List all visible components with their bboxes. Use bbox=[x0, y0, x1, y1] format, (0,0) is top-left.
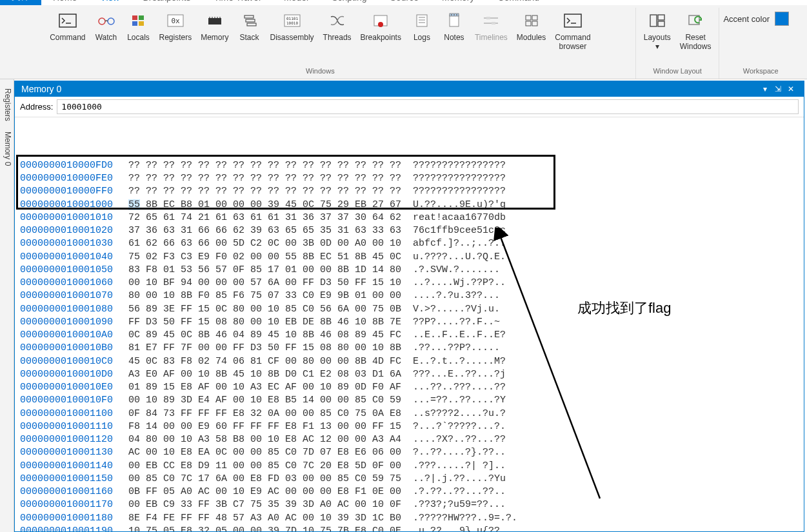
close-icon[interactable]: ✕ bbox=[784, 84, 797, 94]
hex-bytes[interactable]: 01 89 15 E8 AF 00 10 A3 EC AF 00 10 89 0… bbox=[128, 381, 401, 394]
hex-row[interactable]: 00000000100010F000 10 89 3D E4 AF 00 10 … bbox=[20, 394, 804, 407]
memory-button[interactable]: Memory bbox=[197, 8, 232, 45]
hex-address[interactable]: 0000000010001170 bbox=[20, 498, 123, 511]
hex-bytes[interactable]: ?? ?? ?? ?? ?? ?? ?? ?? ?? ?? ?? ?? ?? ?… bbox=[128, 172, 401, 185]
hex-address[interactable]: 0000000010000FD0 bbox=[20, 159, 123, 172]
hex-address[interactable]: 0000000010001130 bbox=[20, 446, 123, 459]
tab-file[interactable]: 文件 bbox=[0, 0, 41, 5]
accent-color-swatch[interactable] bbox=[775, 12, 789, 26]
registers-button[interactable]: 0x Registers bbox=[155, 8, 196, 45]
hex-address[interactable]: 00000000100010D0 bbox=[20, 368, 123, 381]
hex-bytes[interactable]: 0F 84 73 FF FF FF E8 32 0A 00 00 85 C0 7… bbox=[128, 408, 401, 420]
hex-bytes[interactable]: 00 10 89 3D E4 AF 00 10 E8 B5 14 00 00 8… bbox=[128, 394, 401, 407]
hex-bytes[interactable]: 61 62 66 63 66 00 5D C2 0C 00 3B 0D 00 A… bbox=[128, 237, 401, 250]
hex-row[interactable]: 0000000010001130AC 00 10 E8 EA 0C 00 00 … bbox=[20, 446, 804, 459]
hex-row[interactable]: 000000001000112004 80 00 10 A3 58 B8 00 … bbox=[20, 433, 804, 446]
breakpoints-button[interactable]: Breakpoints bbox=[357, 8, 405, 45]
command-browser-button[interactable]: Command browser bbox=[551, 8, 594, 54]
locals-button[interactable]: Locals bbox=[123, 8, 154, 45]
modules-button[interactable]: Modules bbox=[513, 8, 550, 45]
hex-row[interactable]: 000000001000106000 10 BF 94 00 00 00 57 … bbox=[20, 277, 804, 290]
hex-address[interactable]: 0000000010001050 bbox=[20, 264, 123, 277]
hex-bytes[interactable]: 55 8B EC B8 01 00 00 00 39 45 0C 75 29 E… bbox=[128, 199, 401, 212]
hex-address[interactable]: 0000000010001000 bbox=[20, 199, 123, 212]
hex-bytes[interactable]: 00 EB C9 33 FF 3B C7 75 35 39 3D A0 AC 0… bbox=[128, 498, 401, 511]
hex-address[interactable]: 0000000010000FF0 bbox=[20, 185, 123, 198]
hex-bytes[interactable]: 72 65 61 74 21 61 63 61 61 31 36 37 37 3… bbox=[128, 212, 401, 224]
hex-row[interactable]: 00000000100010C045 0C 83 F8 02 74 06 81 … bbox=[20, 355, 804, 368]
command-button[interactable]: Command bbox=[46, 8, 89, 45]
tab-command[interactable]: Command bbox=[486, 0, 552, 5]
hex-row[interactable]: 0000000010000FE0?? ?? ?? ?? ?? ?? ?? ?? … bbox=[20, 172, 804, 185]
timelines-button[interactable]: Timelines bbox=[471, 8, 512, 45]
hex-row[interactable]: 0000000010000FD0?? ?? ?? ?? ?? ?? ?? ?? … bbox=[20, 159, 804, 172]
side-tab-registers[interactable]: Registers bbox=[0, 83, 14, 126]
hex-bytes[interactable]: A3 E0 AF 00 10 8B 45 10 8B D0 C1 E2 08 0… bbox=[128, 368, 401, 381]
tab-timetravel[interactable]: Time Travel bbox=[202, 0, 272, 5]
hex-row[interactable]: 000000001000104075 02 F3 C3 E9 F0 02 00 … bbox=[20, 251, 804, 264]
hex-row[interactable]: 000000001000114000 EB CC E8 D9 11 00 00 … bbox=[20, 460, 804, 473]
hex-row[interactable]: 000000001000105083 F8 01 53 56 57 0F 85 … bbox=[20, 264, 804, 277]
hex-bytes[interactable]: 56 89 3E FF 15 0C 80 00 10 85 C0 56 6A 0… bbox=[128, 303, 401, 316]
hex-bytes[interactable]: 00 10 BF 94 00 00 00 57 6A 00 FF D3 50 F… bbox=[128, 277, 401, 290]
hex-row[interactable]: 000000001000100055 8B EC B8 01 00 00 00 … bbox=[20, 199, 804, 212]
hex-address[interactable]: 0000000010001030 bbox=[20, 237, 123, 250]
watch-button[interactable]: Watch bbox=[91, 8, 122, 45]
hex-row[interactable]: 00000000100010E001 89 15 E8 AF 00 10 A3 … bbox=[20, 381, 804, 394]
hex-address[interactable]: 0000000010001110 bbox=[20, 420, 123, 433]
hex-address[interactable]: 0000000010001120 bbox=[20, 433, 123, 446]
tab-home[interactable]: Home bbox=[41, 0, 88, 5]
side-tab-memory[interactable]: Memory 0 bbox=[0, 126, 14, 171]
hex-address[interactable]: 00000000100010F0 bbox=[20, 394, 123, 407]
hex-address[interactable]: 0000000010001010 bbox=[20, 212, 123, 224]
hex-row[interactable]: 000000001000108056 89 3E FF 15 0C 80 00 … bbox=[20, 303, 804, 316]
pin-icon[interactable]: ⇲ bbox=[772, 84, 784, 94]
notes-button[interactable]: Notes bbox=[439, 8, 470, 45]
tab-breakpoints[interactable]: Breakpoints bbox=[131, 0, 202, 5]
hex-bytes[interactable]: 75 02 F3 C3 E9 F0 02 00 00 55 8B EC 51 8… bbox=[128, 251, 401, 264]
hex-bytes[interactable]: ?? ?? ?? ?? ?? ?? ?? ?? ?? ?? ?? ?? ?? ?… bbox=[128, 159, 401, 172]
hex-address[interactable]: 0000000010001190 bbox=[20, 525, 123, 531]
hex-row[interactable]: 00000000100010B081 E7 FF 7F 00 00 FF D3 … bbox=[20, 342, 804, 355]
hex-bytes[interactable]: ?? ?? ?? ?? ?? ?? ?? ?? ?? ?? ?? ?? ?? ?… bbox=[128, 185, 401, 198]
hex-bytes[interactable]: 83 F8 01 53 56 57 0F 85 17 01 00 00 8B 1… bbox=[128, 264, 401, 277]
hex-address[interactable]: 0000000010001020 bbox=[20, 224, 123, 237]
tab-view[interactable]: View bbox=[88, 0, 131, 5]
hex-row[interactable]: 000000001000117000 EB C9 33 FF 3B C7 75 … bbox=[20, 498, 804, 511]
tab-scripting[interactable]: Scripting bbox=[320, 0, 378, 5]
hex-bytes[interactable]: 0B FF 05 A0 AC 00 10 E9 AC 00 00 00 E8 F… bbox=[128, 486, 401, 498]
hex-row[interactable]: 00000000100011000F 84 73 FF FF FF E8 32 … bbox=[20, 408, 804, 420]
hex-row[interactable]: 0000000010000FF0?? ?? ?? ?? ?? ?? ?? ?? … bbox=[20, 185, 804, 198]
hex-row[interactable]: 00000000100010D0A3 E0 AF 00 10 8B 45 10 … bbox=[20, 368, 804, 381]
stack-button[interactable]: Stack bbox=[234, 8, 265, 45]
hex-address[interactable]: 0000000010001040 bbox=[20, 251, 123, 264]
hex-address[interactable]: 00000000100010B0 bbox=[20, 342, 123, 355]
hex-row[interactable]: 0000000010001090FF D3 50 FF 15 08 80 00 … bbox=[20, 316, 804, 329]
hex-address[interactable]: 0000000010001060 bbox=[20, 277, 123, 290]
hex-address[interactable]: 0000000010001070 bbox=[20, 290, 123, 302]
hex-bytes[interactable]: 10 75 05 E8 32 05 00 00 39 7D 10 75 7B E… bbox=[128, 525, 401, 531]
hex-address[interactable]: 00000000100010C0 bbox=[20, 355, 123, 368]
hex-row[interactable]: 000000001000103061 62 66 63 66 00 5D C2 … bbox=[20, 237, 804, 250]
hex-bytes[interactable]: 00 85 C0 7C 17 6A 00 E8 FD 03 00 00 85 C… bbox=[128, 473, 401, 486]
hex-bytes[interactable]: 04 80 00 10 A3 58 B8 00 10 E8 AC 12 00 0… bbox=[128, 433, 401, 446]
hex-row[interactable]: 000000001000115000 85 C0 7C 17 6A 00 E8 … bbox=[20, 473, 804, 486]
hex-row[interactable]: 00000000100010A00C 89 45 0C 8B 46 04 89 … bbox=[20, 329, 804, 342]
hex-row[interactable]: 00000000100011600B FF 05 A0 AC 00 10 E9 … bbox=[20, 486, 804, 498]
hex-bytes[interactable]: 45 0C 83 F8 02 74 06 81 CF 00 80 00 00 8… bbox=[128, 355, 401, 368]
layouts-button[interactable]: Layouts▾ bbox=[640, 8, 675, 54]
hex-bytes[interactable]: AC 00 10 E8 EA 0C 00 00 85 C0 7D 07 E8 E… bbox=[128, 446, 401, 459]
hex-row[interactable]: 000000001000102037 36 63 31 66 66 62 39 … bbox=[20, 224, 804, 237]
hex-row[interactable]: 0000000010001110F8 14 00 00 E9 60 FF FF … bbox=[20, 420, 804, 433]
hex-row[interactable]: 00000000100011808E F4 FE FF FF 48 57 A3 … bbox=[20, 512, 804, 525]
hex-bytes[interactable]: 8E F4 FE FF FF 48 57 A3 A0 AC 00 10 39 3… bbox=[128, 512, 401, 525]
reset-windows-button[interactable]: Reset Windows bbox=[676, 8, 715, 54]
dropdown-icon[interactable]: ▾ bbox=[759, 84, 772, 94]
hex-address[interactable]: 0000000010001160 bbox=[20, 486, 123, 498]
hex-bytes[interactable]: 80 00 10 8B F0 85 F6 75 07 33 C0 E9 9B 0… bbox=[128, 290, 401, 302]
hex-address[interactable]: 00000000100010E0 bbox=[20, 381, 123, 394]
tab-source[interactable]: Source bbox=[379, 0, 430, 5]
tab-model[interactable]: Model bbox=[272, 0, 320, 5]
hex-row[interactable]: 000000001000119010 75 05 E8 32 05 00 00 … bbox=[20, 525, 804, 531]
hex-bytes[interactable]: 0C 89 45 0C 8B 46 04 89 45 10 8B 46 08 8… bbox=[128, 329, 401, 342]
